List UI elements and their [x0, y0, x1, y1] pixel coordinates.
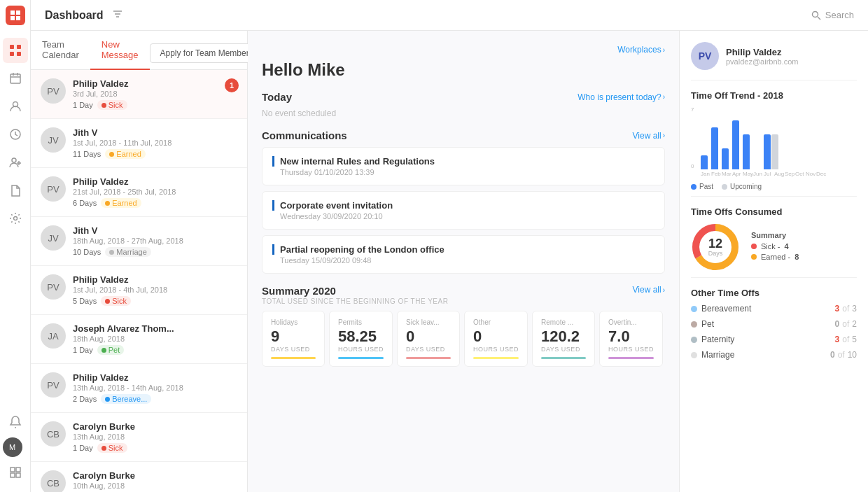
- top-header: Dashboard Search: [31, 0, 868, 31]
- other-to-label: Bereavement: [691, 304, 835, 314]
- request-item[interactable]: JV Jith V 18th Aug, 2018 - 27th Aug, 201…: [31, 217, 247, 266]
- sidebar-item-calendar[interactable]: [3, 66, 28, 91]
- sidebar-logo[interactable]: [6, 6, 25, 25]
- sidebar-item-docs[interactable]: [3, 178, 28, 203]
- summary-subtitle: TOTAL USED SINCE THE BEGINNING OF THE YE…: [262, 297, 448, 305]
- summary-view-all-link[interactable]: View all ›: [633, 285, 665, 295]
- request-item[interactable]: PV Philip Valdez 3rd Jul, 2018 1 Day Sic…: [31, 70, 247, 119]
- summary-card: Remote ... 120.2 DAYS USED: [532, 311, 595, 367]
- request-tags: 6 Days Earned: [73, 198, 237, 208]
- comm-card[interactable]: Partial reopening of the London office T…: [262, 235, 665, 274]
- request-item[interactable]: JA Joseph Alvarez Thom... 18th Aug, 2018…: [31, 315, 247, 364]
- other-time-off-row: Marriage 0 of 10: [691, 350, 857, 360]
- legend-upcoming: Upcoming: [722, 183, 762, 190]
- tab-team-calendar[interactable]: Team Calendar: [31, 31, 90, 70]
- request-avatar: CB: [41, 421, 66, 447]
- other-to-total: 2: [852, 319, 857, 329]
- profile-name: Philip Valdez: [726, 47, 799, 57]
- request-dates: 13th Aug, 2018 - 14th Aug, 2018: [73, 384, 237, 392]
- tab-new-message[interactable]: New Message: [90, 31, 150, 70]
- summary-card: Overtin... 7.0 HOURS USED: [599, 311, 663, 367]
- badge-dot: [105, 299, 110, 304]
- request-tags: 1 Day Pet: [73, 345, 237, 355]
- request-days: 2 Days: [73, 395, 97, 403]
- legend-upcoming-dot: [722, 184, 727, 190]
- sum-card-label: Holidays: [271, 318, 316, 326]
- summary-card: Permits 58.25 HOURS USED: [329, 311, 393, 367]
- chart-bar-group: [701, 155, 708, 169]
- request-days: 5 Days: [73, 297, 97, 305]
- chart-month-label: Jan: [701, 171, 708, 177]
- badge-dot: [105, 397, 110, 402]
- sum-card-bar: [541, 357, 586, 359]
- sidebar-item-dashboard[interactable]: [3, 38, 28, 63]
- sidebar-item-users[interactable]: [3, 94, 28, 119]
- request-badge: Sick: [97, 443, 127, 453]
- other-to-sep: of: [842, 304, 849, 314]
- request-dates: 1st Jul, 2018 - 11th Jul, 2018: [73, 139, 237, 147]
- request-badge: Earned: [105, 149, 145, 159]
- donut-chart: 12 Days: [691, 223, 740, 272]
- present-today-link[interactable]: Who is present today? ›: [578, 92, 665, 102]
- chart-month-label: Feb: [711, 171, 718, 177]
- summary-section: Summary 2020 TOTAL USED SINCE THE BEGINN…: [262, 285, 665, 367]
- comm-view-all-link[interactable]: View all ›: [633, 131, 665, 141]
- other-to-total: 10: [848, 350, 857, 360]
- other-to-used: 0: [830, 350, 835, 360]
- summary-header: Summary 2020 TOTAL USED SINCE THE BEGINN…: [262, 285, 665, 305]
- sidebar-item-grid2[interactable]: [3, 460, 28, 485]
- request-item[interactable]: PV Philip Valdez 21st Jul, 2018 - 25th J…: [31, 168, 247, 217]
- profile-avatar: PV: [691, 42, 719, 70]
- sum-card-value: 120.2: [541, 329, 586, 344]
- sidebar-user-avatar[interactable]: M: [3, 437, 22, 457]
- request-days: 1 Day: [73, 346, 93, 354]
- request-item[interactable]: JV Jith V 1st Jul, 2018 - 11th Jul, 2018…: [31, 119, 247, 168]
- other-to-dot: [691, 306, 697, 312]
- profile-email: pvaldez@airbnb.com: [726, 57, 799, 66]
- sidebar-item-settings[interactable]: [3, 206, 28, 231]
- request-name: Jith V: [73, 225, 237, 236]
- comm-cards: New internal Rules and Regulations Thurs…: [262, 147, 665, 274]
- comm-card-title: New internal Rules and Regulations: [272, 156, 654, 167]
- sum-card-bar: [473, 357, 519, 359]
- request-info: Philip Valdez 3rd Jul, 2018 1 Day Sick: [73, 78, 237, 110]
- today-label: Today: [262, 91, 292, 103]
- sidebar-item-add-user[interactable]: [3, 150, 28, 175]
- chart-month-label: Mar: [722, 171, 729, 177]
- legend-past-dot: [691, 184, 696, 190]
- request-badge: Sick: [97, 100, 127, 110]
- apply-team-member-button[interactable]: Apply for Team Member: [150, 43, 260, 63]
- chart-month-label: Sep: [785, 171, 792, 177]
- comm-chevron-icon: ›: [663, 132, 665, 139]
- filter-icon[interactable]: [112, 8, 123, 22]
- donut-summary-title: Summary: [751, 231, 799, 239]
- request-info: Carolyn Burke 10th Aug, 2018 1 Day Sick: [73, 470, 237, 492]
- request-tags: 5 Days Sick: [73, 296, 237, 306]
- donut-sick-row: Sick - 4: [751, 242, 799, 251]
- search-box[interactable]: Search: [811, 10, 854, 20]
- sidebar-item-time[interactable]: [3, 122, 28, 147]
- chart-bar-upcoming: [771, 134, 778, 169]
- request-item[interactable]: PV Philip Valdez 1st Jul, 2018 - 4th Jul…: [31, 266, 247, 315]
- request-info: Jith V 18th Aug, 2018 - 27th Aug, 2018 1…: [73, 225, 237, 257]
- workplaces-link[interactable]: Workplaces ›: [262, 45, 665, 55]
- request-item[interactable]: CB Carolyn Burke 13th Aug, 2018 1 Day Si…: [31, 413, 247, 462]
- request-info: Philip Valdez 13th Aug, 2018 - 14th Aug,…: [73, 372, 237, 404]
- svg-rect-8: [10, 74, 20, 83]
- request-item[interactable]: CB Carolyn Burke 10th Aug, 2018 1 Day Si…: [31, 462, 247, 492]
- request-name: Carolyn Burke: [73, 470, 237, 481]
- sum-card-bar: [338, 357, 384, 359]
- other-to-used: 0: [835, 319, 840, 329]
- comm-card-title: Partial reopening of the London office: [272, 244, 654, 255]
- comm-card[interactable]: New internal Rules and Regulations Thurs…: [262, 147, 665, 185]
- present-chevron-icon: ›: [663, 93, 665, 101]
- request-name: Philip Valdez: [73, 372, 237, 383]
- sidebar-item-bell[interactable]: [3, 409, 28, 435]
- donut-section: 12 Days Summary Sick - 4 Ear: [691, 223, 857, 272]
- svg-rect-1: [16, 10, 20, 15]
- svg-rect-20: [16, 468, 20, 472]
- center-panel: Workplaces › Hello Mike Today Who is pre…: [248, 31, 679, 492]
- request-info: Philip Valdez 1st Jul, 2018 - 4th Jul, 2…: [73, 274, 237, 306]
- comm-card[interactable]: Corporate event invitation Wednesday 30/…: [262, 191, 665, 230]
- request-item[interactable]: PV Philip Valdez 13th Aug, 2018 - 14th A…: [31, 364, 247, 413]
